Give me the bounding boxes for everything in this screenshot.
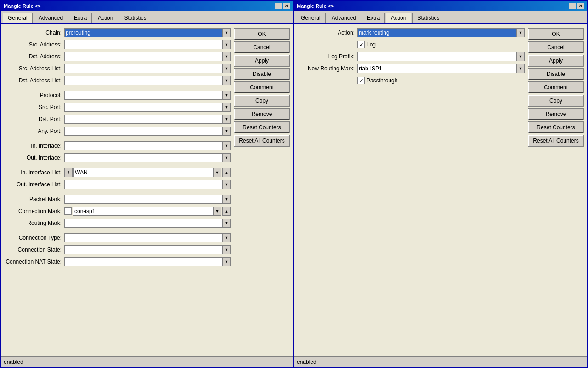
right-apply-btn[interactable]: Apply [528,55,583,66]
left-title-controls[interactable]: ─ ✕ [275,3,290,9]
out-interface-input[interactable] [64,153,222,162]
left-minimize-btn[interactable]: ─ [275,3,282,9]
right-reset-counters-btn[interactable]: Reset Counters [528,122,583,133]
right-tab-general[interactable]: General [296,13,326,23]
src-port-input[interactable] [64,103,222,112]
connection-nat-state-dropdown[interactable]: ▼ [222,257,231,266]
src-address-dropdown[interactable]: ▼ [222,40,231,49]
new-routing-mark-input[interactable] [357,64,516,73]
chain-input[interactable] [64,28,222,37]
routing-mark-dropdown[interactable]: ▼ [222,218,231,228]
src-address-list-dropdown[interactable]: ▼ [222,64,231,73]
left-title-bar: Mangle Rule <> ─ ✕ [1,1,293,11]
chain-input-group: ▼ [64,28,231,37]
any-port-input[interactable] [64,126,222,136]
left-close-btn[interactable]: ✕ [283,3,290,9]
out-interface-list-input-group: ▼ [64,180,231,189]
connection-mark-dropdown[interactable]: ▼ [213,207,221,216]
right-tab-advanced[interactable]: Advanced [327,13,361,23]
in-interface-list-up[interactable]: ▲ [222,168,231,177]
out-interface-list-input[interactable] [64,180,222,189]
packet-mark-input-group: ▼ [64,195,231,204]
connection-state-input[interactable] [64,245,222,254]
connection-type-input-group: ▼ [64,233,231,242]
log-prefix-dropdown[interactable]: ▼ [516,52,525,61]
in-interface-dropdown[interactable]: ▼ [222,141,231,150]
dst-address-list-dropdown[interactable]: ▼ [222,76,231,85]
any-port-dropdown[interactable]: ▼ [222,126,231,136]
in-interface-list-dropdown[interactable]: ▼ [213,168,221,177]
action-input[interactable] [357,28,516,37]
left-tab-bar: General Advanced Extra Action Statistics [1,11,293,24]
left-apply-btn[interactable]: Apply [234,55,289,66]
chain-dropdown-btn[interactable]: ▼ [222,28,231,37]
passthrough-label: Passthrough [367,77,397,84]
connection-mark-input[interactable] [73,207,213,216]
right-close-btn[interactable]: ✕ [577,3,584,9]
left-tab-statistics[interactable]: Statistics [119,13,151,23]
right-tab-action[interactable]: Action [386,13,411,23]
right-remove-btn[interactable]: Remove [528,109,583,120]
connection-nat-state-input[interactable] [64,257,222,266]
protocol-dropdown[interactable]: ▼ [222,91,231,100]
connection-mark-checkbox[interactable] [64,207,72,215]
passthrough-checkbox[interactable]: ✓ [357,77,365,84]
new-routing-mark-dropdown[interactable]: ▼ [516,64,525,73]
dst-port-input[interactable] [64,115,222,124]
right-comment-btn[interactable]: Comment [528,82,583,93]
left-tab-action[interactable]: Action [93,13,118,23]
src-address-row: Src. Address: ▼ [5,40,231,50]
right-copy-btn[interactable]: Copy [528,95,583,106]
connection-type-dropdown[interactable]: ▼ [222,233,231,242]
right-minimize-btn[interactable]: ─ [569,3,576,9]
connection-mark-up[interactable]: ▲ [222,207,231,216]
src-address-input[interactable] [64,40,222,49]
new-routing-mark-input-group: ▼ [357,64,525,73]
out-interface-list-dropdown[interactable]: ▼ [222,180,231,189]
src-port-dropdown[interactable]: ▼ [222,103,231,112]
right-content-area: Action: ▼ ✓ Log [294,24,587,356]
connection-state-dropdown[interactable]: ▼ [222,245,231,254]
log-prefix-input[interactable] [357,52,516,61]
packet-mark-label: Packet Mark: [5,196,64,202]
left-ok-btn[interactable]: OK [234,29,289,40]
dst-address-list-input-group: ▼ [64,76,231,85]
left-disable-btn[interactable]: Disable [234,69,289,80]
dst-port-dropdown[interactable]: ▼ [222,115,231,124]
log-checkbox[interactable]: ✓ [357,41,365,48]
packet-mark-dropdown[interactable]: ▼ [222,195,231,204]
right-button-panel: OK Cancel Apply Disable Comment Copy Rem… [528,28,583,352]
packet-mark-input[interactable] [64,195,222,204]
right-tab-extra[interactable]: Extra [362,13,385,23]
dst-port-input-group: ▼ [64,115,231,124]
right-ok-btn[interactable]: OK [528,29,583,40]
out-interface-dropdown[interactable]: ▼ [222,153,231,162]
left-copy-btn[interactable]: Copy [234,95,289,106]
right-reset-all-counters-btn[interactable]: Reset All Counters [528,135,583,146]
right-cancel-btn[interactable]: Cancel [528,42,583,53]
left-reset-counters-btn[interactable]: Reset Counters [234,122,289,133]
dst-address-list-input[interactable] [64,76,222,85]
left-tab-extra[interactable]: Extra [69,13,92,23]
right-disable-btn[interactable]: Disable [528,69,583,80]
in-interface-input[interactable] [64,141,222,150]
dst-address-dropdown[interactable]: ▼ [222,52,231,61]
routing-mark-input[interactable] [64,218,222,228]
right-title-controls[interactable]: ─ ✕ [569,3,584,9]
protocol-input[interactable] [64,91,222,100]
in-interface-list-exclamation[interactable]: ! [64,168,73,177]
action-label: Action: [298,29,357,36]
action-dropdown-btn[interactable]: ▼ [516,28,525,37]
src-port-row: Src. Port: ▼ [5,102,231,112]
src-address-list-input[interactable] [64,64,222,73]
dst-address-input[interactable] [64,52,222,61]
left-reset-all-counters-btn[interactable]: Reset All Counters [234,135,289,146]
connection-type-input[interactable] [64,233,222,242]
left-cancel-btn[interactable]: Cancel [234,42,289,53]
left-remove-btn[interactable]: Remove [234,109,289,120]
left-tab-advanced[interactable]: Advanced [34,13,68,23]
right-tab-statistics[interactable]: Statistics [412,13,444,23]
left-comment-btn[interactable]: Comment [234,82,289,93]
left-tab-general[interactable]: General [3,13,33,23]
in-interface-list-input[interactable] [74,168,213,177]
